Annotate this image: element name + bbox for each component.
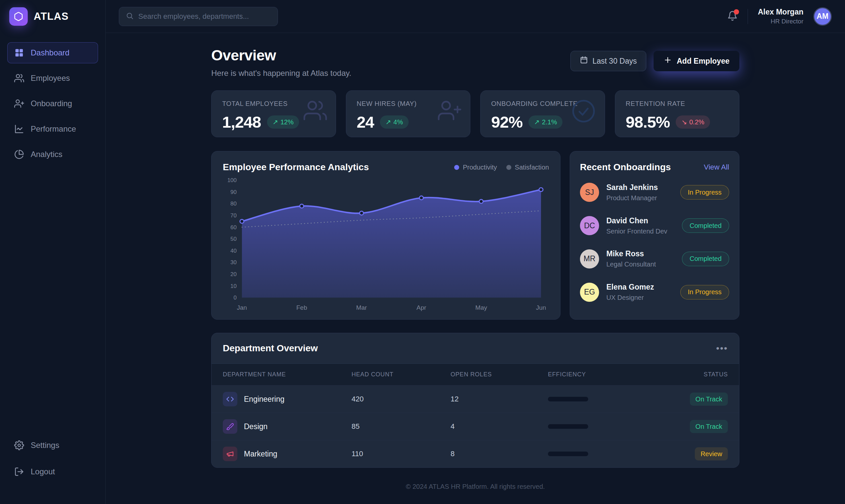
users-icon	[14, 73, 24, 83]
stats-grid: TOTAL EMPLOYEES 1,248 ↗12% NEW HIRES (MA…	[211, 90, 739, 137]
stat-value: 98.5%	[626, 113, 670, 131]
efficiency-bar	[548, 424, 588, 429]
trend-down-icon: ↘	[681, 118, 687, 126]
sidebar-item-employees[interactable]: Employees	[7, 68, 98, 89]
table-row: Design 85 4 On Track	[212, 413, 739, 440]
person-name: Elena Gomez	[606, 283, 654, 292]
avatar[interactable]: AM	[813, 7, 832, 26]
column-header: OPEN ROLES	[451, 371, 548, 378]
avatar: DC	[580, 216, 599, 235]
table-row: Engineering 420 12 On Track	[212, 385, 739, 413]
stat-delta-badge: ↗4%	[380, 115, 409, 129]
recent-onboardings-card: Recent Onboardings View All SJ Sarah Jen…	[570, 151, 739, 320]
status-badge: Completed	[682, 218, 729, 233]
person-name: David Chen	[606, 216, 667, 225]
table-header: DEPARTMENT NAME HEAD COUNT OPEN ROLES EF…	[212, 363, 739, 385]
avatar: SJ	[580, 183, 599, 202]
legend-dot-productivity	[454, 165, 459, 170]
stat-delta-badge: ↘0.2%	[676, 115, 710, 129]
head-count: 85	[352, 422, 451, 431]
department-overview-card: Department Overview ••• DEPARTMENT NAME …	[211, 333, 739, 468]
brand-name: ATLAS	[34, 11, 69, 22]
person-role: Product Manager	[606, 194, 658, 202]
app-root: ATLAS Dashboard Employees Onboarding	[0, 0, 845, 504]
megaphone-icon	[223, 447, 237, 461]
date-range-button[interactable]: Last 30 Days	[570, 51, 646, 71]
svg-text:50: 50	[230, 236, 237, 242]
status-badge: Review	[695, 447, 728, 461]
main-column: Alex Morgan HR Director AM Overview Here…	[106, 0, 845, 504]
user-meta: Alex Morgan HR Director	[758, 7, 804, 25]
brand-row: ATLAS	[0, 0, 105, 33]
svg-text:Jun: Jun	[536, 304, 546, 311]
code-icon	[223, 392, 237, 407]
efficiency-bar	[548, 452, 588, 456]
notifications-button[interactable]	[727, 11, 738, 22]
chart-title: Employee Performance Analytics	[223, 162, 369, 173]
column-header: HEAD COUNT	[352, 371, 451, 378]
performance-chart-card: Employee Performance Analytics Productiv…	[211, 151, 561, 320]
sidebar-item-label: Logout	[31, 467, 55, 476]
onboardings-title: Recent Onboardings	[580, 162, 671, 173]
hexagon-logo-icon	[9, 7, 28, 26]
search-icon	[126, 12, 134, 21]
person-role: Legal Consultant	[606, 260, 656, 268]
user-role: HR Director	[758, 18, 804, 25]
head-count: 110	[352, 450, 451, 458]
topbar-right: Alex Morgan HR Director AM	[727, 7, 832, 26]
stat-delta-badge: ↗2.1%	[528, 115, 562, 129]
stat-card-retention-rate: RETENTION RATE 98.5% ↘0.2%	[615, 90, 740, 137]
performance-area-chart: 0102030405060708090100JanFebMarAprMayJun	[223, 175, 549, 313]
user-plus-icon	[438, 98, 461, 124]
sidebar-item-analytics[interactable]: Analytics	[7, 144, 98, 165]
search-input[interactable]	[138, 12, 271, 21]
onboarding-list-item: EG Elena GomezUX Designer In Progress	[580, 283, 729, 302]
ellipsis-menu-icon[interactable]: •••	[716, 347, 728, 350]
stat-delta-badge: ↗12%	[267, 115, 299, 129]
status-badge: On Track	[690, 420, 728, 433]
pie-chart-icon	[14, 149, 24, 159]
topbar: Alex Morgan HR Director AM	[106, 0, 845, 33]
sidebar-item-logout[interactable]: Logout	[7, 461, 98, 482]
view-all-link[interactable]: View All	[704, 163, 729, 172]
avatar: MR	[580, 249, 599, 269]
department-overview-title: Department Overview	[223, 343, 318, 354]
status-badge: Completed	[682, 252, 729, 266]
status-badge: On Track	[690, 393, 728, 406]
check-circle-icon	[571, 98, 596, 125]
sidebar-item-performance[interactable]: Performance	[7, 119, 98, 140]
person-name: Mike Ross	[606, 249, 656, 258]
logout-icon	[14, 467, 24, 476]
department-name: Design	[244, 422, 268, 431]
legend-satisfaction: Satisfaction	[506, 164, 549, 171]
sidebar-item-dashboard[interactable]: Dashboard	[7, 42, 98, 63]
person-role: Senior Frontend Dev	[606, 228, 667, 235]
department-name: Marketing	[244, 450, 277, 458]
status-badge: In Progress	[680, 185, 729, 200]
add-employee-button[interactable]: Add Employee	[654, 51, 739, 71]
onboarding-list-item: DC David ChenSenior Frontend Dev Complet…	[580, 216, 729, 235]
column-header: STATUS	[658, 371, 728, 378]
main-content: Overview Here is what's happening at Atl…	[106, 33, 845, 504]
stat-card-total-employees: TOTAL EMPLOYEES 1,248 ↗12%	[211, 90, 336, 137]
topbar-divider	[747, 9, 748, 24]
svg-text:90: 90	[230, 189, 237, 195]
search-box	[119, 7, 278, 26]
gear-icon	[14, 440, 24, 450]
notification-dot	[734, 9, 739, 15]
sidebar-footer: Settings Logout	[0, 435, 105, 504]
sidebar-item-settings[interactable]: Settings	[7, 435, 98, 456]
users-icon	[303, 98, 327, 124]
department-name: Engineering	[244, 395, 284, 404]
trend-up-icon: ↗	[272, 118, 278, 126]
plus-icon	[664, 56, 672, 66]
sidebar-item-onboarding[interactable]: Onboarding	[7, 93, 98, 114]
stat-card-onboarding-complete: ONBOARDING COMPLETE 92% ↗2.1%	[480, 90, 605, 137]
svg-text:100: 100	[227, 178, 237, 184]
sidebar: ATLAS Dashboard Employees Onboarding	[0, 0, 106, 504]
person-role: UX Designer	[606, 294, 654, 302]
onboarding-list-item: MR Mike RossLegal Consultant Completed	[580, 249, 729, 269]
svg-text:May: May	[475, 304, 487, 311]
legend-productivity: Productivity	[454, 164, 497, 171]
page-head: Overview Here is what's happening at Atl…	[211, 47, 739, 78]
